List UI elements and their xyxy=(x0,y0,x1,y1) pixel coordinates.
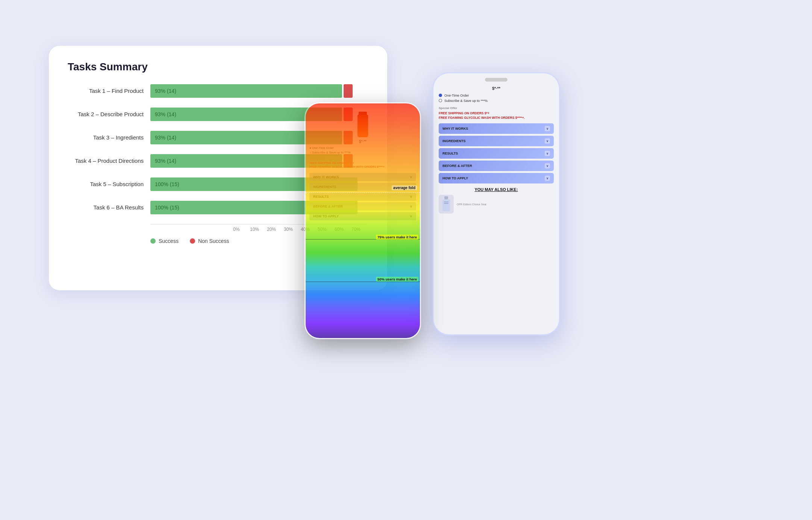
tasks-title: Tasks Summary xyxy=(68,61,368,73)
svg-rect-3 xyxy=(444,203,448,204)
non-success-dot xyxy=(190,238,195,244)
legend-non-success-label: Non Success xyxy=(198,238,229,244)
cp-accordion-ingredients-label: INGREDIENTS xyxy=(442,139,466,143)
cp-accordion-ingredients[interactable]: INGREDIENTS ∨ xyxy=(439,136,554,146)
fail-bar xyxy=(344,84,352,98)
bar-label: Task 5 – Subscription xyxy=(68,181,150,187)
axis-label-0: 0% xyxy=(233,227,250,232)
bar-label: Task 2 – Describe Product xyxy=(68,111,150,117)
product-thumb-label: OPR Editors Choice Seal xyxy=(457,203,486,206)
svg-rect-0 xyxy=(444,196,448,199)
heatmap-content: $*·** ● One-Time Order ○ Subscribe & Sav… xyxy=(306,103,420,338)
cp-price: $*·** xyxy=(439,86,554,91)
chevron-down-icon: ∨ xyxy=(545,126,550,131)
chevron-down-icon: ∨ xyxy=(545,163,550,168)
bar-label: Task 3 – Ingredients xyxy=(68,134,150,141)
average-fold-line xyxy=(306,193,420,193)
pct-50-label: 50% users make it here xyxy=(376,277,418,282)
cp-one-time-label: One-Time Order xyxy=(444,94,469,97)
cp-accordion-why-label: WHY IT WORKS xyxy=(442,127,468,130)
axis-label-30: 30% xyxy=(284,227,301,232)
average-fold-label: average fold xyxy=(392,185,417,190)
table-row: Task 1 – Find Product 93% (14) xyxy=(68,84,368,98)
phone-notch xyxy=(485,78,508,82)
chevron-down-icon: ∨ xyxy=(545,176,550,181)
bar-track: 93% (14) xyxy=(150,84,368,98)
clear-phone: $*·** One-Time Order Subscribe & Save up… xyxy=(432,72,560,335)
cp-special-offer-label: Special Offer xyxy=(439,106,554,110)
success-dot xyxy=(150,238,156,244)
product-thumb-text: OPR Editors Choice Seal xyxy=(457,203,486,206)
success-bar: 93% (14) xyxy=(150,84,342,98)
cp-accordion-how-to-apply-label: HOW TO APPLY xyxy=(442,176,468,180)
product-thumb-image xyxy=(439,195,454,214)
cp-accordion-before-after[interactable]: BEFORE & AFTER ∨ xyxy=(439,161,554,171)
cp-accordion-how-to-apply[interactable]: HOW TO APPLY ∨ xyxy=(439,173,554,183)
legend-success: Success xyxy=(150,238,179,244)
chevron-down-icon: ∨ xyxy=(545,138,550,144)
bar-label: Task 4 – Product Directions xyxy=(68,158,150,164)
svg-rect-2 xyxy=(444,202,448,202)
cp-accordion: WHY IT WORKS ∨ INGREDIENTS ∨ RESULTS ∨ B… xyxy=(439,123,554,183)
legend-non-success: Non Success xyxy=(190,238,229,244)
cp-product-thumbnail: OPR Editors Choice Seal xyxy=(439,195,554,214)
scene: Tasks Summary Task 1 – Find Product 93% … xyxy=(49,35,763,486)
axis-label-20: 20% xyxy=(267,227,284,232)
cp-accordion-before-after-label: BEFORE & AFTER xyxy=(442,164,472,168)
cp-accordion-results-label: RESULTS xyxy=(442,152,458,155)
axis-label-10: 10% xyxy=(250,227,267,232)
heatmap-phone: $*·** ● One-Time Order ○ Subscribe & Sav… xyxy=(304,102,421,339)
radio-dot-filled xyxy=(439,94,442,97)
radio-dot-empty xyxy=(439,99,442,102)
pct-75-label: 75% users make it here xyxy=(376,235,418,240)
cp-offer1: FREE SHIPPING ON ORDERS $*+ xyxy=(439,111,489,115)
cp-accordion-why[interactable]: WHY IT WORKS ∨ xyxy=(439,123,554,134)
clear-phone-content: $*·** One-Time Order Subscribe & Save up… xyxy=(433,84,559,330)
cp-offer-text: FREE SHIPPING ON ORDERS $*+ FREE FOAMING… xyxy=(439,111,554,121)
bar-label: Task 1 – Find Product xyxy=(68,88,150,94)
chevron-down-icon: ∨ xyxy=(545,151,550,156)
cp-radio-subscribe: Subscribe & Save up to ***% xyxy=(439,99,554,103)
cp-radio-one-time: One-Time Order xyxy=(439,94,554,97)
bar-label: Task 6 – BA Results xyxy=(68,204,150,211)
cp-you-may-like: YOU MAY ALSO LIKE: xyxy=(439,187,554,192)
legend-success-label: Success xyxy=(159,238,179,244)
cp-radio-group: One-Time Order Subscribe & Save up to **… xyxy=(439,94,554,103)
cp-accordion-results[interactable]: RESULTS ∨ xyxy=(439,148,554,159)
heatmap-gradient xyxy=(306,103,420,338)
svg-rect-1 xyxy=(442,199,450,211)
cp-subscribe-label: Subscribe & Save up to ***% xyxy=(444,99,488,103)
cp-offer2: FREE FOAMING GLYCOLIC WASH WITH ORDERS $… xyxy=(439,116,525,120)
